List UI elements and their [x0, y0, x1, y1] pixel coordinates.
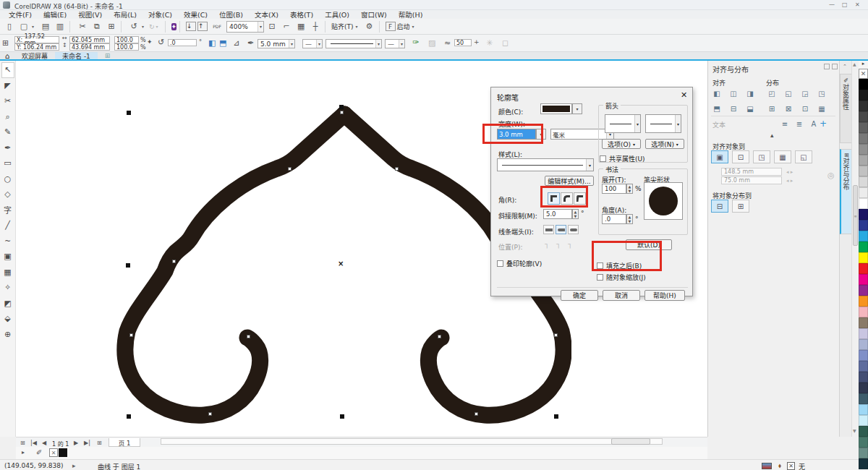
share-attributes-checkbox[interactable]: 共享属性(U) — [600, 154, 645, 163]
align-button[interactable]: ◧ — [711, 88, 723, 98]
selection-handle-bottom-center[interactable] — [340, 414, 344, 419]
cap-square-button[interactable] — [568, 225, 579, 234]
fullscreen-preview-icon[interactable]: ⊡ — [265, 21, 278, 33]
separator[interactable] — [165, 21, 169, 33]
color-swatch[interactable] — [859, 285, 868, 296]
collapse-arrow-icon[interactable]: ▴ — [770, 132, 774, 139]
prev-page-icon[interactable]: ◀ — [42, 440, 46, 446]
cap-round-button[interactable] — [556, 225, 566, 234]
menu-item[interactable]: 位图(B) — [213, 9, 249, 20]
docker-float-button[interactable] — [824, 64, 830, 69]
scale-x-field[interactable]: 100.0 — [114, 36, 139, 43]
arrow-end-combo[interactable]: ▾ — [645, 114, 681, 133]
color-proof-monitor-icon[interactable] — [762, 463, 772, 469]
fill-none-swatch[interactable]: ✕ — [49, 448, 58, 457]
align-button[interactable]: ◨ — [744, 88, 756, 98]
stretch-field[interactable]: 100 — [602, 184, 626, 194]
cap-butt-button[interactable] — [543, 225, 554, 234]
copy-icon[interactable]: ⧉ — [90, 21, 103, 33]
first-page-icon[interactable]: |◀ — [30, 440, 37, 446]
curve-node[interactable] — [129, 333, 133, 337]
add-tools-button[interactable]: ⊕ — [1, 327, 14, 343]
color-swatch[interactable] — [859, 166, 868, 176]
add-align-icon[interactable]: + — [820, 119, 827, 129]
new-document-icon[interactable]: ▯ — [3, 21, 16, 33]
curve-node[interactable] — [172, 260, 176, 263]
docker-close-button[interactable] — [832, 64, 838, 69]
save-icon[interactable]: ▤ — [39, 21, 52, 33]
curve-node[interactable] — [554, 333, 558, 337]
arrow-start-combo[interactable]: ▾ — [605, 114, 641, 133]
align-to-button[interactable]: ◱ — [795, 150, 812, 163]
maximize-button[interactable]: □ — [842, 1, 848, 8]
color-swatch[interactable] — [859, 263, 868, 274]
color-swatch-well[interactable] — [540, 103, 572, 114]
undo-icon[interactable]: ↺ — [127, 21, 140, 33]
smoothing-field[interactable]: 50 — [454, 39, 472, 46]
menu-item[interactable]: 效果(C) — [178, 9, 213, 20]
color-swatch[interactable] — [859, 361, 868, 372]
object-width-field[interactable]: 62.045 mm — [69, 36, 110, 43]
curve-node[interactable] — [475, 412, 478, 416]
menu-item[interactable]: 文件(F) — [3, 9, 38, 20]
color-swatch[interactable] — [859, 404, 868, 415]
menu-item[interactable]: 编辑(E) — [38, 9, 72, 20]
distribute-button[interactable]: ▦ — [816, 103, 827, 114]
color-swatch[interactable] — [859, 350, 868, 361]
show-guidelines-icon[interactable]: ┼ — [309, 21, 322, 33]
color-swatch[interactable] — [859, 252, 868, 263]
color-swatch[interactable] — [859, 296, 868, 307]
cancel-button[interactable]: 取消 — [603, 290, 640, 301]
color-swatch[interactable] — [859, 133, 868, 144]
ok-button[interactable]: 确定 — [561, 290, 598, 301]
color-swatch[interactable] — [859, 437, 868, 448]
align-button[interactable]: ⊟ — [728, 103, 739, 114]
color-swatch[interactable] — [859, 155, 868, 166]
snap-to-dropdown[interactable]: 贴齐(T) ▾ — [331, 22, 361, 31]
color-swatch[interactable] — [859, 209, 868, 220]
arrow-options-start-button[interactable]: 选项(O) ▾ — [602, 139, 641, 149]
open-icon[interactable]: ▢ — [17, 21, 30, 33]
color-swatch[interactable] — [859, 307, 868, 317]
curve-node[interactable] — [438, 335, 441, 338]
show-grid-icon[interactable]: ▦ — [294, 21, 307, 33]
undo-dropdown[interactable]: ▾ — [142, 24, 148, 29]
distribute-button[interactable]: ◲ — [799, 88, 811, 98]
scroll-down-arrow[interactable]: ▼ — [853, 428, 856, 433]
color-swatch[interactable] — [859, 198, 868, 209]
import-icon[interactable]: ↓ — [186, 22, 196, 31]
pick-tool[interactable]: ↖ — [1, 62, 14, 78]
menu-item[interactable]: 窗口(W) — [355, 9, 393, 20]
zoom-tool[interactable]: ⌕ — [1, 109, 14, 125]
last-page-icon[interactable]: ▶| — [84, 440, 90, 446]
tab-object-properties[interactable]: ✐对象属性 — [840, 74, 852, 143]
distribute-button[interactable]: ⊠ — [783, 103, 794, 114]
distribute-button[interactable]: ◱ — [783, 88, 794, 98]
distribute-button[interactable]: ◳ — [816, 88, 827, 98]
color-swatch[interactable] — [859, 393, 868, 404]
polygon-tool[interactable]: ◇ — [1, 187, 14, 202]
print-icon[interactable]: ▥ — [54, 21, 67, 33]
color-swatch[interactable] — [859, 231, 868, 242]
curve-node[interactable] — [340, 111, 344, 114]
angle-field[interactable]: .0 — [602, 214, 626, 224]
launch-app-icon[interactable]: F — [386, 22, 396, 31]
artistic-media-tool[interactable]: ✒ — [1, 140, 14, 156]
line-style-combo[interactable]: ▾ — [326, 39, 382, 48]
color-swatch[interactable] — [859, 372, 868, 383]
color-swatch[interactable] — [859, 426, 868, 437]
curve-node[interactable] — [288, 167, 292, 171]
color-swatch[interactable] — [859, 220, 868, 231]
drop-shadow-tool[interactable]: ▣ — [1, 249, 14, 265]
color-swatch[interactable] — [859, 274, 868, 285]
ellipse-tool[interactable]: ○ — [1, 171, 14, 187]
pen-status-icon[interactable]: ✐ — [36, 448, 42, 456]
menu-item[interactable]: 表格(T) — [284, 9, 319, 20]
page-tab[interactable]: 页 1 — [109, 438, 140, 447]
selection-handle-bottom-right[interactable] — [554, 414, 558, 419]
angle-stepper[interactable]: ▲▼ — [626, 214, 633, 224]
docker-pin-icon[interactable]: ⌃ — [843, 64, 847, 69]
cut-icon[interactable]: ✂ — [76, 21, 89, 33]
help-button[interactable]: 帮助(H) — [644, 290, 685, 301]
color-swatch[interactable] — [859, 122, 868, 133]
